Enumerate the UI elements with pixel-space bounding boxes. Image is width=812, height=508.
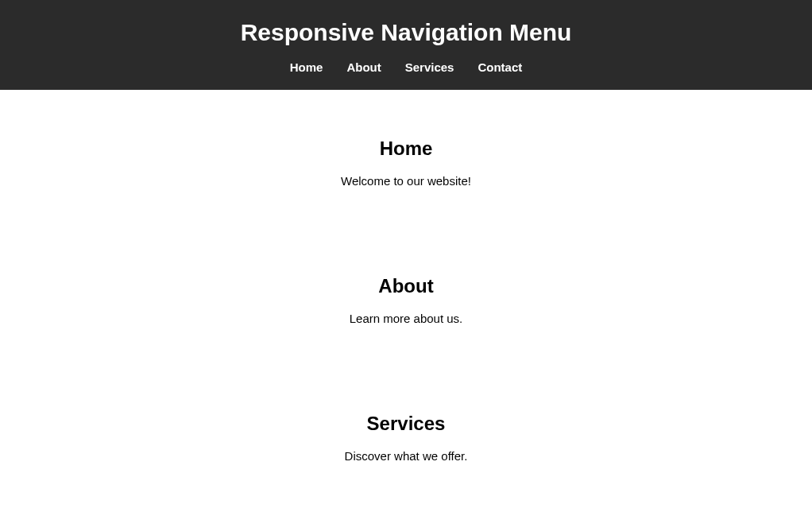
section-heading: About [16,275,796,297]
section-text: Welcome to our website! [16,174,796,188]
section-contact: Contact Get in touch with us. [0,502,812,508]
nav-link-about[interactable]: About [346,60,381,74]
page-title: Responsive Navigation Menu [0,19,812,46]
page-header: Responsive Navigation Menu Home About Se… [0,0,812,90]
section-home: Home Welcome to our website! [0,90,812,227]
section-heading: Services [16,413,796,435]
main-nav: Home About Services Contact [0,60,812,74]
section-text: Discover what we offer. [16,449,796,463]
section-services: Services Discover what we offer. [0,365,812,502]
section-about: About Learn more about us. [0,227,812,365]
nav-link-home[interactable]: Home [290,60,323,74]
nav-link-services[interactable]: Services [405,60,454,74]
main-content: Home Welcome to our website! About Learn… [0,90,812,508]
section-heading: Home [16,138,796,160]
nav-link-contact[interactable]: Contact [478,60,522,74]
section-text: Learn more about us. [16,312,796,325]
